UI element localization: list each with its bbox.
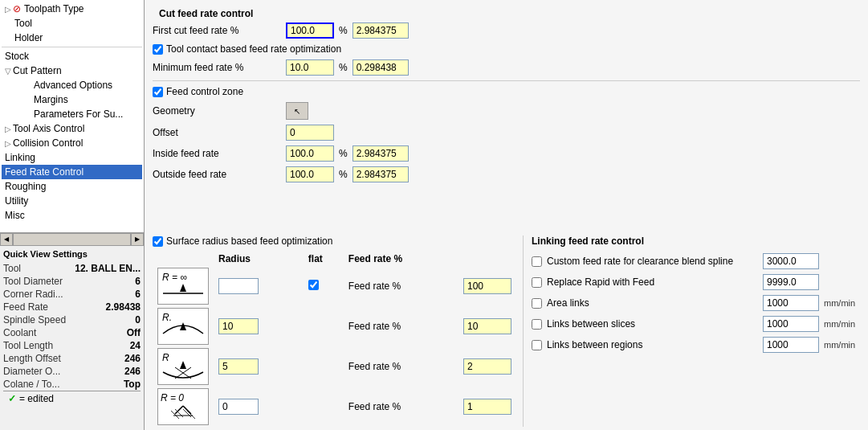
qv-feed-value: 2.98438 bbox=[106, 301, 141, 313]
radius-input-3[interactable] bbox=[218, 358, 259, 375]
feed-rate-input-3[interactable] bbox=[463, 358, 511, 375]
geometry-cursor-btn[interactable]: ↖ bbox=[286, 102, 308, 120]
tool-contact-checkbox[interactable] bbox=[153, 44, 163, 55]
first-cut-calc[interactable] bbox=[352, 23, 409, 39]
flat-cell-1 bbox=[304, 266, 344, 306]
linking-input-4[interactable] bbox=[763, 337, 819, 353]
sidebar-item-advanced-options[interactable]: Advanced Options bbox=[2, 78, 142, 92]
radius-table: Radius flat Feed rate % R = ∞ bbox=[153, 252, 523, 427]
linking-checkbox-3[interactable] bbox=[532, 319, 542, 330]
linking-checkbox-4[interactable] bbox=[532, 340, 542, 350]
surface-radius-checkbox-row: Surface radius based feed optimization bbox=[153, 235, 523, 247]
horizontal-scroll: ◀ ▶ bbox=[0, 232, 144, 245]
linking-input-2[interactable] bbox=[763, 295, 819, 311]
inside-feed-calc[interactable] bbox=[352, 145, 409, 162]
sidebar-item-roughing[interactable]: Roughing bbox=[2, 179, 142, 194]
feed-rate-input-cell-4 bbox=[458, 387, 523, 427]
sidebar-item-tool-axis[interactable]: ▷ Tool Axis Control bbox=[2, 121, 142, 136]
col-feed-header: Feed rate % bbox=[344, 252, 458, 266]
qv-corner-radi: Corner Radi... 6 bbox=[3, 288, 141, 301]
linking-label-4: Links between regions bbox=[547, 339, 758, 350]
diagram-cell-1: R = ∞ bbox=[153, 266, 214, 306]
linking-checkbox-0[interactable] bbox=[532, 256, 542, 267]
qv-corner-value: 6 bbox=[135, 289, 141, 300]
linking-row-1: Replace Rapid with Feed bbox=[532, 274, 860, 290]
feed-rate-input-1[interactable] bbox=[463, 278, 511, 294]
sidebar-item-holder[interactable]: Holder bbox=[2, 31, 142, 45]
surface-radius-section: Surface radius based feed optimization R… bbox=[153, 235, 523, 427]
svg-text:R = ∞: R = ∞ bbox=[162, 272, 187, 283]
inside-feed-input[interactable] bbox=[286, 145, 334, 162]
radius-input-2[interactable] bbox=[218, 318, 259, 334]
min-feed-input[interactable] bbox=[286, 59, 334, 76]
sidebar-item-feed-rate-control[interactable]: Feed Rate Control bbox=[2, 165, 142, 179]
cut-feed-section: Cut feed rate control First cut feed rat… bbox=[145, 0, 868, 232]
sidebar-item-utility[interactable]: Utility bbox=[2, 194, 142, 208]
qv-coolant-value: Off bbox=[127, 327, 141, 338]
diagram-box-1: R = ∞ bbox=[157, 268, 209, 305]
scroll-left-btn[interactable]: ◀ bbox=[0, 233, 13, 246]
table-row: R. Feed rate % bbox=[153, 306, 523, 346]
linking-label-3: Links between slices bbox=[547, 318, 758, 330]
linking-input-3[interactable] bbox=[763, 316, 819, 332]
col-radius-header: Radius bbox=[214, 252, 304, 266]
feed-rate-label-3: Feed rate % bbox=[344, 346, 458, 387]
inside-feed-percent: % bbox=[339, 148, 348, 159]
expand-icon-axis[interactable]: ▷ bbox=[5, 125, 11, 133]
radius-input-4[interactable] bbox=[218, 399, 259, 415]
qv-tool-length: Tool Length 24 bbox=[3, 339, 141, 352]
linking-input-1[interactable] bbox=[763, 274, 819, 290]
expand-icon-collision[interactable]: ▷ bbox=[5, 139, 11, 148]
linking-checkbox-1[interactable] bbox=[532, 277, 542, 288]
col-flat-header: flat bbox=[304, 252, 344, 266]
qv-length-offset-value: 246 bbox=[124, 353, 141, 364]
expand-icon-cut[interactable]: ▽ bbox=[5, 67, 11, 76]
table-row: R = 0 bbox=[153, 387, 523, 427]
linking-checkbox-2[interactable] bbox=[532, 298, 542, 309]
tool-contact-row: Tool contact based feed rate optimizatio… bbox=[153, 43, 860, 55]
sidebar-item-tool[interactable]: Tool bbox=[2, 16, 142, 31]
svg-text:R.: R. bbox=[162, 312, 172, 323]
offset-row: Offset bbox=[153, 125, 860, 141]
surface-radius-checkbox[interactable] bbox=[153, 236, 163, 247]
edited-label: = edited bbox=[19, 393, 54, 404]
qv-length-offset: Length Offset 246 bbox=[3, 352, 141, 365]
scroll-track[interactable] bbox=[13, 233, 131, 246]
qv-diameter-o: Diameter O... 246 bbox=[3, 365, 141, 378]
sidebar-item-parameters[interactable]: Parameters For Su... bbox=[2, 107, 142, 121]
sidebar-item-linking[interactable]: Linking bbox=[2, 150, 142, 165]
table-row: R bbox=[153, 346, 523, 387]
qv-tool-label: Tool bbox=[3, 263, 21, 274]
qv-diameter-label: Tool Diameter bbox=[3, 276, 63, 287]
sidebar-item-cut-pattern[interactable]: ▽ Cut Pattern bbox=[2, 63, 142, 78]
flat-cell-2 bbox=[304, 306, 344, 346]
sidebar-item-margins[interactable]: Margins bbox=[2, 92, 142, 107]
left-panel: ▷ ⊘ Toolpath Type Tool Holder Stock ▽ Cu… bbox=[0, 0, 145, 430]
flat-checkbox-1[interactable] bbox=[308, 280, 319, 290]
first-cut-input[interactable] bbox=[286, 23, 334, 39]
radius-input-1[interactable] bbox=[218, 278, 259, 294]
linking-unit-2: mm/min bbox=[824, 298, 860, 308]
linking-input-0[interactable] bbox=[763, 253, 819, 269]
feed-rate-input-cell-2 bbox=[458, 306, 523, 346]
feed-rate-input-2[interactable] bbox=[463, 318, 511, 334]
outside-feed-percent: % bbox=[339, 169, 348, 180]
scroll-right-btn[interactable]: ▶ bbox=[131, 233, 144, 246]
qv-length-value: 24 bbox=[130, 340, 141, 351]
outside-feed-calc[interactable] bbox=[352, 166, 409, 182]
bottom-section: Surface radius based feed optimization R… bbox=[145, 232, 868, 430]
expand-icon[interactable]: ▷ bbox=[5, 5, 11, 14]
min-feed-calc[interactable] bbox=[352, 59, 409, 76]
feed-control-zone-checkbox[interactable] bbox=[153, 87, 163, 97]
diagram-cell-3: R bbox=[153, 346, 214, 387]
offset-input[interactable] bbox=[286, 125, 334, 141]
sidebar-item-misc[interactable]: Misc bbox=[2, 208, 142, 223]
feed-rate-input-cell-3 bbox=[458, 346, 523, 387]
min-feed-percent: % bbox=[339, 62, 348, 73]
outside-feed-input[interactable] bbox=[286, 166, 334, 182]
sidebar-item-stock[interactable]: Stock bbox=[2, 49, 142, 63]
sidebar-item-collision[interactable]: ▷ Collision Control bbox=[2, 136, 142, 150]
feed-rate-input-4[interactable] bbox=[463, 399, 511, 415]
main-panel: Cut feed rate control First cut feed rat… bbox=[145, 0, 868, 430]
sidebar-item-toolpath-type[interactable]: ▷ ⊘ Toolpath Type bbox=[2, 2, 142, 16]
